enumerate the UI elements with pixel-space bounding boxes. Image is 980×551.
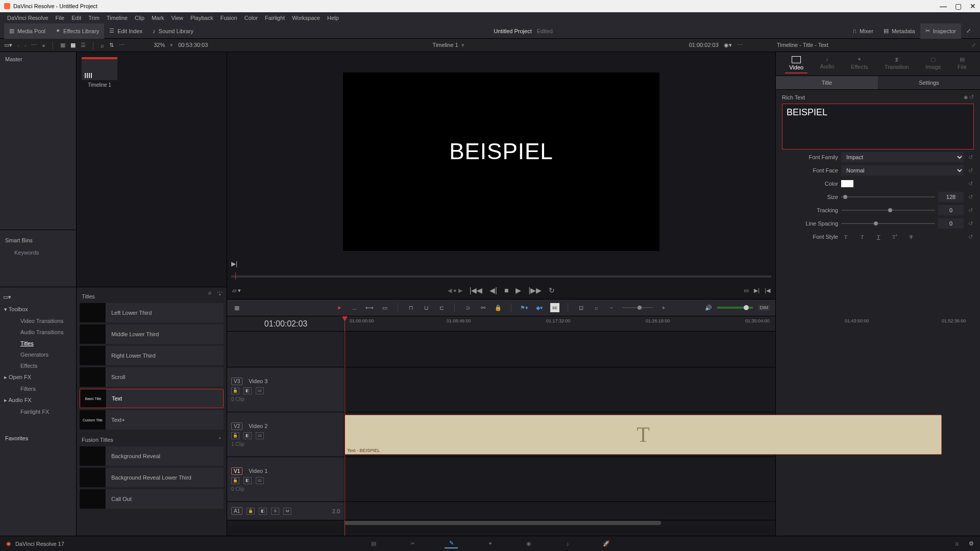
disable-track-icon[interactable]: ▭ (256, 432, 264, 439)
reset-icon[interactable]: ↺ (967, 220, 974, 227)
zoom-out-icon[interactable]: − (607, 303, 616, 312)
expand-button[interactable]: ⤢ (961, 23, 976, 39)
blade-tool-icon[interactable]: ▭ (380, 303, 389, 312)
menu-help[interactable]: Help (324, 15, 342, 21)
more-icon[interactable]: ⋯ (31, 42, 37, 48)
inspector-tab-video[interactable]: Video (785, 54, 807, 73)
openfx-node[interactable]: ▸ Open FX (0, 371, 76, 383)
menu-clip[interactable]: Clip (132, 15, 148, 21)
match-frame-icon[interactable]: ▭ (744, 287, 749, 294)
prev-frame-button[interactable]: ◀| (489, 286, 497, 294)
viewer-scrubber[interactable] (231, 271, 771, 282)
options-icon[interactable]: ⋯ (119, 42, 125, 48)
fx-options-icon[interactable]: ⋯ (217, 289, 223, 296)
reset-icon[interactable]: ↺ (967, 154, 974, 161)
maximize-button[interactable]: ▢ (955, 2, 962, 10)
fusion-title-bg-reveal[interactable]: Background Reveal (80, 446, 224, 466)
auto-select-audio-icon[interactable]: ◧ (259, 508, 267, 515)
stop-button[interactable]: ■ (504, 286, 508, 294)
lock-audio-icon[interactable]: 🔓 (247, 508, 255, 515)
inspector-tab-effects[interactable]: ✦Effects (847, 54, 872, 73)
go-start-button[interactable]: |◀◀ (470, 286, 483, 294)
zoom-in-icon[interactable]: + (659, 303, 668, 312)
font-family-select[interactable]: Impact (841, 152, 964, 162)
reset-icon[interactable]: ↺ (967, 234, 974, 240)
selection-tool-icon[interactable]: ➤ (334, 303, 344, 312)
home-icon[interactable]: ⌂ (955, 540, 959, 547)
title-item-scroll[interactable]: Scroll (80, 367, 224, 387)
inspector-expand-icon[interactable]: ⤢ (971, 42, 976, 48)
nav-fwd-icon[interactable]: › (24, 42, 27, 48)
size-value[interactable] (938, 192, 964, 202)
track-header-v1[interactable]: V1 Video 1 🔓 ◧ ▭ 0 Clip (227, 457, 345, 502)
timeline-name[interactable]: Timeline 1 (432, 42, 458, 48)
effects-library-toggle[interactable]: ✦Effects Library (51, 23, 104, 39)
fusion-title-bg-reveal-lt[interactable]: Background Reveal Lower Third (80, 468, 224, 487)
audio-transitions-node[interactable]: Audio Transitions (0, 327, 76, 338)
inspector-tab-transition[interactable]: ⧗Transition (880, 54, 913, 73)
viewer-canvas[interactable]: BEISPIEL (343, 72, 659, 251)
menu-mark[interactable]: Mark (149, 15, 167, 21)
inspector-tab-image[interactable]: ▢Image (921, 54, 945, 73)
reset-icon[interactable]: ↺ (969, 94, 974, 100)
close-button[interactable]: ✕ (970, 2, 976, 10)
dim-button[interactable]: DIM (758, 305, 771, 311)
loop-button[interactable]: ↻ (549, 286, 555, 294)
auto-select-icon[interactable]: ◧ (243, 477, 252, 484)
favorites-node[interactable]: Favorites (0, 433, 76, 444)
mute-button[interactable]: M (283, 508, 291, 515)
media-page-tab[interactable]: ▤ (367, 539, 380, 548)
mute-icon[interactable]: 🔊 (705, 305, 712, 311)
strip-view-icon[interactable]: ▦ (60, 42, 65, 48)
fairlightfx-node[interactable]: Fairlight FX (0, 406, 76, 417)
next-frame-button[interactable]: |▶▶ (528, 286, 542, 294)
style-normal-button[interactable]: T (841, 234, 850, 240)
tracking-value[interactable] (938, 205, 964, 215)
track-a1-clips[interactable] (345, 502, 775, 520)
zoom-value[interactable]: 32% (154, 42, 165, 48)
titles-node[interactable]: Titles (0, 338, 76, 349)
lock-track-icon[interactable]: 🔓 (231, 387, 239, 394)
track-v3-clips[interactable] (345, 367, 775, 412)
collapse-icon[interactable]: ˄ (218, 437, 222, 443)
solo-button[interactable]: S (271, 508, 279, 515)
media-pool-toggle[interactable]: ▥Media Pool (4, 23, 51, 39)
font-face-select[interactable]: Normal (841, 165, 964, 176)
auto-select-icon[interactable]: ◧ (243, 387, 252, 394)
cut-page-tab[interactable]: ✂ (406, 539, 419, 548)
toolbox-node[interactable]: ▾ Toolbox (0, 304, 76, 315)
size-slider[interactable] (841, 193, 935, 201)
inspector-toggle[interactable]: ✂Inspector (920, 23, 961, 39)
link-icon[interactable]: ⚯ (478, 303, 487, 312)
timeline-clip-thumb[interactable] (82, 57, 117, 80)
style-underline-button[interactable]: T (874, 234, 883, 240)
video-transitions-node[interactable]: Video Transitions (0, 315, 76, 327)
nav-back-icon[interactable]: ‹ (17, 42, 19, 48)
track-v2-clips[interactable]: T Text - BEISPIEL (345, 412, 775, 457)
smart-bin-keywords[interactable]: Keywords (0, 246, 76, 259)
fusion-page-tab[interactable]: ✦ (483, 539, 497, 548)
master-bin[interactable]: Master (0, 52, 76, 66)
inspector-tab-audio[interactable]: ♪Audio (816, 54, 839, 73)
filters-node[interactable]: Filters (0, 383, 76, 394)
fx-search-icon[interactable]: ⌕ (208, 289, 212, 296)
overwrite-icon[interactable]: ⊔ (422, 303, 431, 312)
zoom-fit-icon[interactable]: ⊡ (576, 303, 585, 312)
reset-icon[interactable]: ↺ (967, 167, 974, 174)
line-spacing-slider[interactable] (841, 220, 935, 227)
title-item-left-lower-third[interactable]: Left Lower Third (80, 303, 224, 322)
disable-track-icon[interactable]: ▭ (256, 477, 264, 484)
trim-tool-icon[interactable]: ⎵ (350, 303, 359, 312)
fairlight-page-tab[interactable]: ♪ (561, 539, 574, 548)
go-out-icon[interactable]: |◀ (765, 287, 770, 294)
menu-fairlight[interactable]: Fairlight (262, 15, 288, 21)
replace-icon[interactable]: ⊏ (437, 303, 446, 312)
lock-track-icon[interactable]: 🔓 (231, 477, 239, 484)
timeline-ruler[interactable]: 01:00:00:00 01:08:46:00 01:17:32:00 01:2… (345, 316, 775, 331)
play-button[interactable]: ▶ (516, 286, 521, 294)
title-text-input[interactable] (782, 104, 974, 149)
title-item-text-plus[interactable]: Custom TitleText+ (80, 410, 224, 430)
title-item-text[interactable]: Basic TitleText (80, 389, 224, 408)
snap-icon[interactable]: ⊃ (463, 303, 472, 312)
audiofx-node[interactable]: ▸ Audio FX (0, 394, 76, 406)
